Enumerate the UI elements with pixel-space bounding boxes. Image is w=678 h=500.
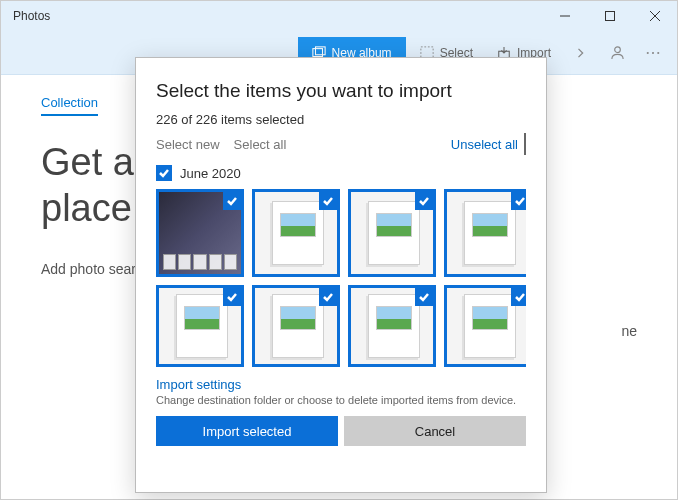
thumbnail-item[interactable]	[444, 189, 526, 277]
thumbnail-checkmark[interactable]	[223, 288, 241, 306]
check-icon	[226, 291, 238, 303]
check-icon	[418, 195, 430, 207]
check-icon	[514, 195, 526, 207]
app-title: Photos	[1, 9, 50, 23]
person-icon	[610, 45, 625, 60]
overflow-next-button[interactable]	[565, 37, 597, 69]
import-selected-button[interactable]: Import selected	[156, 416, 338, 446]
svg-rect-4	[312, 48, 322, 56]
close-button[interactable]	[632, 1, 677, 31]
document-icon	[172, 292, 228, 360]
hero-right-fragment: ne	[621, 323, 637, 339]
thumbnail-checkmark[interactable]	[319, 192, 337, 210]
thumbnail-grid	[156, 189, 526, 367]
photo-filmstrip	[163, 254, 237, 270]
unselect-all-link[interactable]: Unselect all	[451, 137, 518, 152]
svg-point-11	[657, 51, 659, 53]
titlebar: Photos	[1, 1, 677, 31]
selection-count: 226 of 226 items selected	[156, 112, 526, 127]
check-icon	[418, 291, 430, 303]
thumbnail-checkmark[interactable]	[415, 192, 433, 210]
group-checkbox[interactable]	[156, 165, 172, 181]
ellipsis-icon	[646, 51, 660, 55]
document-icon	[268, 199, 324, 267]
dialog-title: Select the items you want to import	[156, 80, 526, 102]
check-icon	[514, 291, 526, 303]
close-icon	[650, 11, 660, 21]
import-settings-block[interactable]: Import settings Change destination folde…	[156, 377, 526, 406]
thumbnail-item[interactable]	[348, 189, 436, 277]
selection-filter-row: Select new Select all Unselect all	[156, 133, 526, 155]
thumbnail-checkmark[interactable]	[415, 288, 433, 306]
thumbnail-item[interactable]	[252, 285, 340, 367]
thumbnail-checkmark[interactable]	[511, 288, 526, 306]
svg-point-9	[647, 51, 649, 53]
check-icon	[158, 167, 170, 179]
thumbnail-checkmark[interactable]	[511, 192, 526, 210]
photos-app-window: Photos New album Select Import	[0, 0, 678, 500]
svg-point-10	[652, 51, 654, 53]
window-controls	[542, 1, 677, 31]
document-icon	[460, 292, 516, 360]
svg-rect-1	[605, 12, 614, 21]
thumbnail-item[interactable]	[156, 285, 244, 367]
document-icon	[364, 199, 420, 267]
dialog-button-row: Import selected Cancel	[156, 416, 526, 446]
check-icon	[322, 195, 334, 207]
thumbnail-checkmark[interactable]	[319, 288, 337, 306]
cancel-button[interactable]: Cancel	[344, 416, 526, 446]
thumbnail-item[interactable]	[156, 189, 244, 277]
document-icon	[268, 292, 324, 360]
minimize-button[interactable]	[542, 1, 587, 31]
import-settings-title: Import settings	[156, 377, 526, 392]
svg-point-8	[614, 47, 620, 53]
maximize-icon	[605, 11, 615, 21]
group-label: June 2020	[180, 166, 241, 181]
select-all-link[interactable]: Select all	[234, 137, 287, 152]
select-new-link[interactable]: Select new	[156, 137, 220, 152]
tab-collection[interactable]: Collection	[41, 95, 98, 116]
maximize-button[interactable]	[587, 1, 632, 31]
chevron-right-icon	[576, 48, 586, 58]
more-button[interactable]	[637, 37, 669, 69]
check-icon	[226, 195, 238, 207]
group-header[interactable]: June 2020	[156, 165, 526, 181]
thumbnail-item[interactable]	[444, 285, 526, 367]
svg-rect-5	[315, 46, 325, 54]
import-dialog: Select the items you want to import 226 …	[135, 57, 547, 493]
import-settings-desc: Change destination folder or choose to d…	[156, 394, 526, 406]
document-icon	[364, 292, 420, 360]
minimize-icon	[560, 11, 570, 21]
thumbnail-item[interactable]	[348, 285, 436, 367]
check-icon	[322, 291, 334, 303]
document-icon	[460, 199, 516, 267]
thumbnail-item[interactable]	[252, 189, 340, 277]
thumbnail-checkmark[interactable]	[223, 192, 241, 210]
account-button[interactable]	[601, 37, 633, 69]
